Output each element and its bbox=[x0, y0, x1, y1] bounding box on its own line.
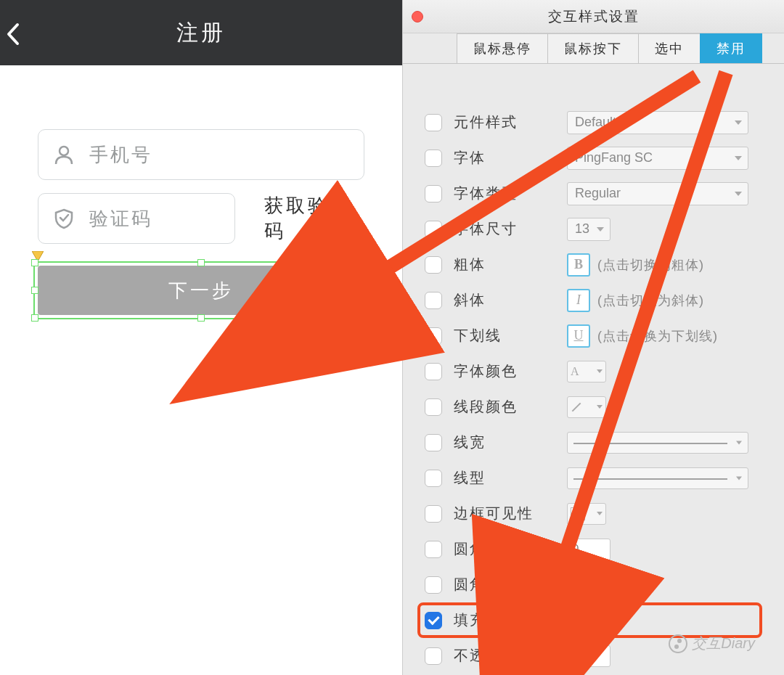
tab-disabled[interactable]: 禁用 bbox=[700, 33, 762, 63]
code-field[interactable]: 验证码 bbox=[38, 193, 235, 244]
resize-handle[interactable] bbox=[364, 314, 371, 322]
widget-style-select[interactable]: Default bbox=[567, 111, 748, 134]
row-bold: 粗体 B(点击切换为粗体) bbox=[425, 247, 762, 282]
next-button[interactable]: 下一步 bbox=[38, 266, 364, 315]
checkbox[interactable] bbox=[425, 470, 442, 487]
label: 元件样式 bbox=[454, 112, 555, 132]
font-select[interactable]: PingFang SC bbox=[567, 147, 748, 170]
fill-color-picker[interactable] bbox=[567, 610, 606, 631]
checkbox[interactable] bbox=[425, 256, 442, 274]
border-visibility-select[interactable] bbox=[567, 503, 606, 525]
tab-mousedown[interactable]: 鼠标按下 bbox=[547, 33, 639, 63]
font-color-picker[interactable]: A bbox=[567, 361, 606, 382]
row-line-type: 线型 bbox=[425, 460, 762, 496]
font-size-select[interactable]: 13 bbox=[567, 218, 611, 241]
label: 圆角可见性 bbox=[454, 575, 555, 594]
corner-visibility-select[interactable] bbox=[567, 574, 606, 596]
row-font-type: 字体类型 Regular bbox=[425, 176, 762, 211]
tab-hover[interactable]: 鼠标悬停 bbox=[457, 33, 548, 63]
qq-icon bbox=[334, 208, 354, 228]
selection-flag-icon bbox=[32, 251, 44, 264]
state-tabs: 鼠标悬停 鼠标按下 选中 禁用 bbox=[403, 33, 784, 64]
checkbox[interactable] bbox=[425, 150, 442, 167]
checkbox[interactable] bbox=[425, 398, 442, 416]
label: 粗体 bbox=[454, 255, 555, 274]
label: 字体类型 bbox=[454, 184, 555, 203]
label: 线型 bbox=[454, 468, 555, 488]
resize-handle[interactable] bbox=[197, 314, 205, 322]
shield-icon bbox=[52, 206, 76, 231]
checkbox[interactable] bbox=[425, 363, 442, 380]
phone-placeholder: 手机号 bbox=[89, 142, 152, 168]
svg-point-0 bbox=[60, 147, 68, 155]
label: 圆角半径 bbox=[454, 539, 555, 559]
row-corner-radius: 圆角半径 0 bbox=[425, 531, 762, 567]
bold-icon[interactable]: B bbox=[567, 253, 590, 277]
label: 下划线 bbox=[454, 326, 555, 345]
font-type-select[interactable]: Regular bbox=[567, 182, 748, 205]
app-header: 注册 bbox=[0, 0, 402, 65]
label: 斜体 bbox=[454, 290, 555, 310]
back-icon[interactable] bbox=[4, 22, 20, 49]
checkbox[interactable] bbox=[425, 114, 442, 131]
label: 字体 bbox=[454, 148, 555, 168]
label: 边框可见性 bbox=[454, 504, 555, 523]
line-width-select[interactable] bbox=[567, 432, 748, 454]
style-panel: 交互样式设置 鼠标悬停 鼠标按下 选中 禁用 元件样式 Default 字体 P… bbox=[403, 0, 784, 675]
checkbox[interactable] bbox=[425, 612, 442, 629]
watermark: 交互Diary bbox=[669, 634, 755, 653]
checkbox[interactable] bbox=[425, 647, 442, 665]
checkbox[interactable] bbox=[425, 327, 442, 345]
label: 字体颜色 bbox=[454, 361, 555, 381]
underline-icon[interactable]: U bbox=[567, 324, 590, 348]
page-title: 注册 bbox=[176, 18, 226, 48]
phone-field[interactable]: 手机号 bbox=[38, 129, 364, 180]
hint: (点击切换为下划线) bbox=[597, 327, 718, 345]
label: 线宽 bbox=[454, 433, 555, 452]
svg-marker-1 bbox=[32, 251, 44, 261]
resize-handle[interactable] bbox=[31, 314, 38, 322]
row-fill-color: 填充颜色 bbox=[417, 602, 762, 638]
resize-handle[interactable] bbox=[31, 259, 38, 266]
label: 字体尺寸 bbox=[454, 219, 555, 239]
tab-selected[interactable]: 选中 bbox=[638, 33, 701, 63]
mockup-canvas: 注册 手机号 验证码 获取验证码 下一步 bbox=[0, 0, 403, 675]
row-font-size: 字体尺寸 13 bbox=[425, 211, 762, 247]
watermark-text: 交互Diary bbox=[692, 634, 755, 653]
label: 不透明 (%) bbox=[454, 646, 555, 666]
row-font-color: 字体颜色 A bbox=[425, 353, 762, 389]
line-color-picker[interactable] bbox=[567, 396, 606, 418]
rotate-handle[interactable] bbox=[357, 254, 369, 266]
row-corner-visibility: 圆角可见性 bbox=[425, 567, 762, 602]
row-border-visibility: 边框可见性 bbox=[425, 496, 762, 531]
wechat-icon bbox=[669, 634, 687, 653]
label: 填充颜色 bbox=[454, 610, 555, 630]
row-widget-style: 元件样式 Default bbox=[425, 105, 762, 140]
corner-radius-input[interactable]: 0 bbox=[567, 539, 611, 560]
opacity-input[interactable]: 100 bbox=[567, 645, 611, 667]
italic-icon[interactable]: I bbox=[567, 289, 590, 312]
panel-title: 交互样式设置 bbox=[403, 7, 784, 26]
checkbox[interactable] bbox=[425, 292, 442, 309]
row-underline: 下划线 U(点击切换为下划线) bbox=[425, 318, 762, 353]
checkbox[interactable] bbox=[425, 541, 442, 558]
code-placeholder: 验证码 bbox=[89, 206, 152, 232]
label: 线段颜色 bbox=[454, 397, 555, 417]
next-button-label: 下一步 bbox=[168, 278, 234, 303]
user-icon bbox=[52, 142, 76, 167]
row-line-color: 线段颜色 bbox=[425, 389, 762, 425]
window-titlebar: 交互样式设置 bbox=[403, 0, 784, 33]
hint: (点击切换为粗体) bbox=[597, 256, 704, 274]
checkbox[interactable] bbox=[425, 505, 442, 523]
resize-handle[interactable] bbox=[364, 287, 371, 294]
line-type-select[interactable] bbox=[567, 467, 748, 489]
row-line-width: 线宽 bbox=[425, 425, 762, 460]
checkbox[interactable] bbox=[425, 221, 442, 238]
row-italic: 斜体 I(点击切换为斜体) bbox=[425, 282, 762, 318]
checkbox[interactable] bbox=[425, 434, 442, 451]
checkbox[interactable] bbox=[425, 185, 442, 202]
hint: (点击切换为斜体) bbox=[597, 292, 704, 309]
checkbox[interactable] bbox=[425, 576, 442, 594]
row-font: 字体 PingFang SC bbox=[425, 140, 762, 176]
